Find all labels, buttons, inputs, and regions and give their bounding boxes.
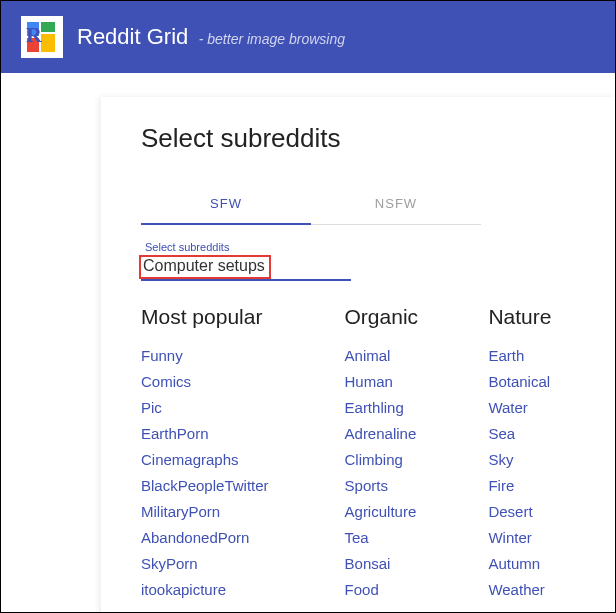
svg-rect-1 [41, 22, 55, 32]
column-heading: Nature [488, 305, 575, 329]
column-organic: Organic Animal Human Earthling Adrenalin… [345, 305, 451, 603]
column-most-popular: Most popular Funny Comics Pic EarthPorn … [141, 305, 307, 603]
subreddit-input-label: Select subreddits [145, 241, 351, 253]
subreddit-link[interactable]: Bonsai [345, 551, 451, 577]
subreddit-link[interactable]: Funny [141, 343, 307, 369]
subreddit-link[interactable]: Weather [488, 577, 575, 603]
subreddit-link[interactable]: Sports [345, 473, 451, 499]
subreddit-link[interactable]: SkyPorn [141, 551, 307, 577]
subreddit-link[interactable]: Food [345, 577, 451, 603]
subreddit-link[interactable]: Winter [488, 525, 575, 551]
tab-sfw[interactable]: SFW [141, 184, 311, 225]
subreddit-link[interactable]: Climbing [345, 447, 451, 473]
content-tabs: SFW NSFW [141, 184, 481, 225]
main-panel: Select subreddits SFW NSFW Select subred… [101, 97, 615, 613]
subreddit-link[interactable]: itookapicture [141, 577, 307, 603]
subreddit-link[interactable]: Pic [141, 395, 307, 421]
subreddit-link[interactable]: Desert [488, 499, 575, 525]
subreddit-link[interactable]: Autumn [488, 551, 575, 577]
subreddit-link[interactable]: Earthling [345, 395, 451, 421]
tab-nsfw[interactable]: NSFW [311, 184, 481, 224]
app-logo: R [21, 16, 63, 58]
column-heading: Organic [345, 305, 451, 329]
subreddit-link[interactable]: AbandonedPorn [141, 525, 307, 551]
subreddit-link[interactable]: Water [488, 395, 575, 421]
subreddit-link[interactable]: Botanical [488, 369, 575, 395]
subreddit-link[interactable]: Sky [488, 447, 575, 473]
subreddit-input-wrap: Select subreddits [141, 241, 351, 281]
page-title: Select subreddits [141, 123, 575, 154]
svg-rect-3 [41, 34, 55, 52]
subreddit-link[interactable]: Comics [141, 369, 307, 395]
subreddit-link[interactable]: Fire [488, 473, 575, 499]
subreddit-link[interactable]: Animal [345, 343, 451, 369]
subreddit-link[interactable]: Earth [488, 343, 575, 369]
svg-text:R: R [26, 22, 43, 47]
app-title: Reddit Grid [77, 24, 188, 49]
column-nature: Nature Earth Botanical Water Sea Sky Fir… [488, 305, 575, 603]
app-header: R Reddit Grid - better image browsing [1, 1, 615, 73]
app-subtitle: - better image browsing [199, 31, 345, 47]
subreddit-link[interactable]: Adrenaline [345, 421, 451, 447]
subreddit-link[interactable]: BlackPeopleTwitter [141, 473, 307, 499]
subreddit-link[interactable]: Cinemagraphs [141, 447, 307, 473]
subreddit-link[interactable]: EarthPorn [141, 421, 307, 447]
column-heading: Most popular [141, 305, 307, 329]
subreddit-link[interactable]: Human [345, 369, 451, 395]
category-columns: Most popular Funny Comics Pic EarthPorn … [141, 305, 575, 603]
subreddit-link[interactable]: MilitaryPorn [141, 499, 307, 525]
header-title-wrap: Reddit Grid - better image browsing [77, 24, 345, 50]
subreddit-link[interactable]: Tea [345, 525, 451, 551]
subreddit-input[interactable] [141, 253, 351, 281]
subreddit-link[interactable]: Sea [488, 421, 575, 447]
subreddit-link[interactable]: Agriculture [345, 499, 451, 525]
